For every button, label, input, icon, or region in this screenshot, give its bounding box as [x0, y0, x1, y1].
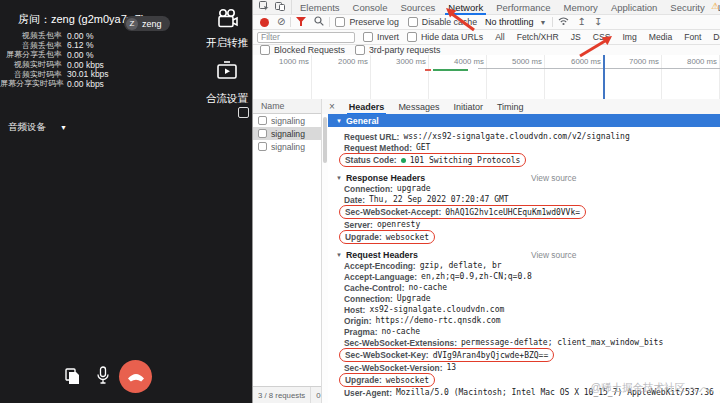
- filter-type-doc[interactable]: Doc: [711, 31, 720, 43]
- row-checkbox[interactable]: [258, 142, 267, 151]
- detail-tabbar: × Headers Messages Initiator Timing: [322, 99, 720, 115]
- tab-performance[interactable]: Performance: [496, 2, 550, 13]
- search-icon[interactable]: [314, 16, 324, 28]
- tab-messages[interactable]: Messages: [398, 102, 439, 112]
- status-code-row: Status Code: 101 Switching Protocols: [328, 153, 720, 167]
- waterfall-red-mark: [425, 69, 431, 71]
- hide-data-urls-checkbox[interactable]: [407, 32, 417, 42]
- merge-settings-button[interactable]: 合流设置: [204, 92, 250, 106]
- filter-type-media[interactable]: Media: [647, 31, 674, 43]
- status-green-dot: [401, 158, 406, 163]
- avatar: Z: [126, 18, 138, 30]
- tv-icon[interactable]: [215, 60, 239, 86]
- start-forwarding-button[interactable]: 开启转推: [204, 36, 250, 50]
- blocked-requests-checkbox[interactable]: [260, 45, 270, 55]
- filter-type-fetchxhr[interactable]: Fetch/XHR: [515, 31, 561, 43]
- videocam-icon[interactable]: [215, 8, 239, 34]
- waterfall-green-bar: [433, 69, 468, 71]
- devtools-tabbar: Elements Console Sources Network Perform…: [253, 0, 720, 15]
- filter-type-all[interactable]: All: [493, 31, 507, 43]
- microphone-icon[interactable]: [96, 366, 110, 390]
- tab-security[interactable]: Security: [670, 2, 704, 13]
- requests-status-bar: 3 / 8 requests 0: [253, 386, 321, 403]
- tab-elements[interactable]: Elements: [300, 2, 340, 13]
- export-har-icon[interactable]: ↧: [594, 17, 602, 27]
- chevron-down-icon: ▼: [336, 118, 342, 124]
- tab-headers[interactable]: Headers: [349, 102, 385, 112]
- preserve-log-checkbox[interactable]: [335, 17, 345, 27]
- call-controls: [0, 352, 252, 403]
- copy-icon[interactable]: [64, 368, 80, 389]
- watermark: @稀土掘金技术社区: [590, 381, 718, 395]
- annotation-box: Upgrade:websocket: [339, 230, 435, 244]
- waterfall-pending-bar: [478, 68, 720, 69]
- tab-timing[interactable]: Timing: [497, 102, 524, 112]
- tab-application[interactable]: Application: [611, 2, 657, 13]
- tab-initiator[interactable]: Initiator: [453, 102, 483, 112]
- tab-memory[interactable]: Memory: [564, 2, 598, 13]
- inspect-element-icon[interactable]: [259, 1, 269, 13]
- filter-type-img[interactable]: Img: [620, 31, 638, 43]
- chevron-down-icon: ▼: [60, 124, 67, 131]
- network-filter-bar: Invert Hide data URLs All Fetch/XHR JS C…: [253, 30, 720, 45]
- network-toolbar: ⊘ Preserve log Disable cache No throttli…: [253, 15, 720, 30]
- network-conditions-icon[interactable]: [558, 17, 569, 28]
- partial-hidden-icon: [238, 107, 249, 118]
- user-pill-name: zeng: [142, 19, 162, 29]
- stream-stats: 视频丢包率0.00 % 音频丢包率6.12 % 屏幕分享丢包率0.00 % 视频…: [0, 31, 109, 89]
- headers-pane: ▼General Request URL:wss://xs92-signalga…: [328, 114, 720, 403]
- filter-funnel-icon[interactable]: [296, 17, 306, 28]
- annotation-box: Upgrade:websocket: [339, 373, 435, 387]
- timeline-playhead: [603, 55, 605, 99]
- view-source-link[interactable]: View source: [531, 250, 576, 260]
- invert-checkbox[interactable]: [363, 32, 373, 42]
- row-checkbox[interactable]: [258, 116, 267, 125]
- filter-type-font[interactable]: Font: [682, 31, 703, 43]
- chevron-down-icon: ▼: [336, 252, 342, 258]
- view-source-link[interactable]: View source: [531, 173, 576, 183]
- tab-console[interactable]: Console: [353, 2, 388, 13]
- device-toolbar-icon[interactable]: [275, 1, 285, 13]
- tab-network[interactable]: Network: [448, 2, 483, 13]
- network-overview-timeline[interactable]: 1000 ms 2000 ms 3000 ms 4000 ms 5000 ms …: [253, 55, 720, 100]
- warning-icon[interactable]: ⚠: [711, 1, 719, 11]
- request-row-selected[interactable]: signaling: [253, 127, 321, 140]
- annotation-box: Sec-WebSocket-Accept:0hAQ1G2hv1ceUHCEquK…: [339, 205, 586, 219]
- chevron-down-icon: ▼: [540, 19, 547, 26]
- request-list: Name signaling signaling signaling 3 / 8…: [253, 99, 322, 403]
- third-party-checkbox[interactable]: [355, 45, 365, 55]
- chevron-down-icon: ▼: [336, 175, 342, 181]
- row-checkbox[interactable]: [258, 129, 267, 138]
- record-button[interactable]: [260, 18, 269, 27]
- disable-cache-checkbox[interactable]: [408, 17, 418, 27]
- throttling-select[interactable]: No throttling: [485, 17, 534, 27]
- close-icon[interactable]: ×: [329, 101, 335, 112]
- response-headers-section[interactable]: ▼ Response Headers View source: [328, 172, 720, 183]
- stat-row: 屏幕分享实时码率0.00 kbps: [0, 79, 109, 89]
- filter-type-css[interactable]: CSS: [591, 31, 613, 43]
- user-pill[interactable]: Z zeng: [124, 16, 170, 31]
- general-section-header[interactable]: ▼General: [328, 114, 720, 127]
- filter-type-js[interactable]: JS: [569, 31, 583, 43]
- audio-device-select[interactable]: 音频设备▼: [8, 121, 67, 134]
- hang-up-button[interactable]: [119, 360, 152, 393]
- request-headers-section[interactable]: ▼ Request Headers View source: [328, 249, 720, 260]
- annotation-box: Sec-WebSocket-Key:dVIg9Aran4byQjcwde+BZQ…: [339, 348, 554, 362]
- import-har-icon[interactable]: ↥: [578, 17, 586, 27]
- clear-icon[interactable]: ⊘: [277, 17, 285, 27]
- request-row[interactable]: signaling: [253, 140, 321, 153]
- devtools-window: Elements Console Sources Network Perform…: [252, 0, 720, 403]
- request-row[interactable]: signaling: [253, 114, 321, 127]
- name-column-header[interactable]: Name: [253, 99, 321, 114]
- annotation-box: Status Code: 101 Switching Protocols: [339, 153, 526, 167]
- screenshot-root: 房间：zeng (g2m0ya7w7) Z zeng 视频丢包率0.00 % 音…: [0, 0, 720, 403]
- filter-input[interactable]: [257, 32, 355, 43]
- phone-icon: [127, 372, 145, 382]
- tab-sources[interactable]: Sources: [400, 2, 435, 13]
